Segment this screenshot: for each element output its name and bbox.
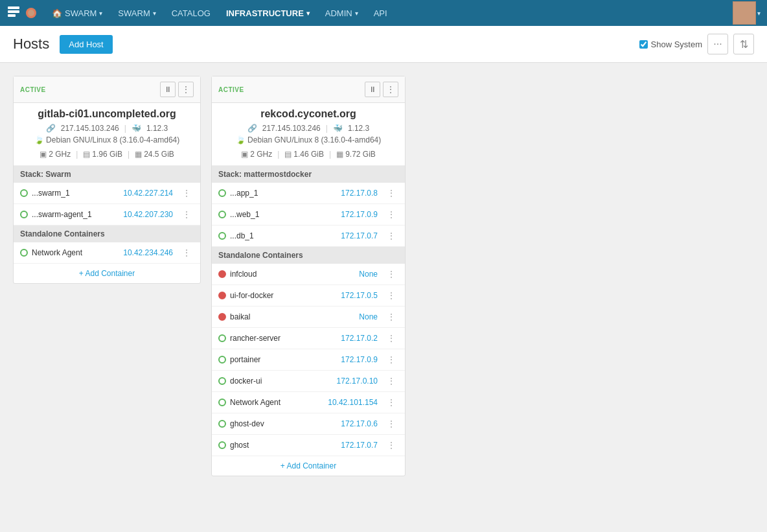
ram-icon: ▤ bbox=[83, 150, 90, 159]
add-container-button[interactable]: + Add Container bbox=[212, 456, 405, 476]
container-ip: 172.17.0.8 bbox=[341, 189, 378, 198]
container-ip: 172.17.0.7 bbox=[341, 441, 378, 450]
container-row[interactable]: Network Agent 10.42.234.246 ⋮ bbox=[14, 242, 200, 264]
container-name: rancher-server bbox=[230, 334, 337, 343]
nav-env[interactable]: 🏠 SWARM ▾ bbox=[44, 0, 110, 26]
stack-header-host2-0: Stack: mattermostdocker bbox=[212, 166, 405, 183]
container-row[interactable]: docker-ui 172.17.0.10 ⋮ bbox=[212, 371, 405, 392]
container-row[interactable]: ...app_1 172.17.0.8 ⋮ bbox=[212, 183, 405, 204]
container-row[interactable]: ghost 172.17.0.7 ⋮ bbox=[212, 435, 405, 456]
container-menu-button[interactable]: ⋮ bbox=[384, 208, 398, 221]
container-menu-button[interactable]: ⋮ bbox=[384, 332, 398, 345]
status-dot bbox=[218, 292, 226, 299]
host-header-actions-host1: ⏸ ⋮ bbox=[160, 82, 194, 97]
container-name: ghost-dev bbox=[230, 419, 337, 428]
host-ram-host2: ▤ 1.46 GiB bbox=[284, 150, 324, 159]
container-menu-button[interactable]: ⋮ bbox=[384, 417, 398, 430]
container-menu-button[interactable]: ⋮ bbox=[179, 246, 194, 259]
container-menu-button[interactable]: ⋮ bbox=[384, 268, 398, 281]
container-name: ...web_1 bbox=[230, 210, 337, 219]
add-container-button[interactable]: + Add Container bbox=[14, 264, 200, 283]
container-name: ...db_1 bbox=[230, 231, 337, 240]
host-ip-host2: 217.145.103.246 bbox=[262, 124, 321, 133]
nav-right: ▾ bbox=[733, 1, 761, 25]
host-header-host2: ACTIVE ⏸ ⋮ bbox=[212, 76, 405, 103]
container-menu-button[interactable]: ⋮ bbox=[384, 229, 398, 242]
container-row[interactable]: rancher-server 172.17.0.2 ⋮ bbox=[212, 328, 405, 349]
host-menu-button-host1[interactable]: ⋮ bbox=[178, 82, 194, 97]
container-ip: 172.17.0.9 bbox=[341, 355, 378, 364]
container-menu-button[interactable]: ⋮ bbox=[384, 396, 398, 409]
host-meta-ip-host2: 🔗 217.145.103.246 | 🐳 1.12.3 bbox=[212, 122, 405, 134]
nav-swarm[interactable]: SWARM ▾ bbox=[110, 0, 163, 26]
container-row[interactable]: ghost-dev 172.17.0.6 ⋮ bbox=[212, 413, 405, 435]
host-status-host2: ACTIVE bbox=[218, 86, 365, 93]
container-menu-button[interactable]: ⋮ bbox=[384, 310, 398, 323]
container-row[interactable]: baikal None ⋮ bbox=[212, 306, 405, 328]
show-system-toggle[interactable]: Show System bbox=[639, 40, 702, 49]
container-row[interactable]: ...swarm-agent_1 10.42.207.230 ⋮ bbox=[14, 204, 200, 226]
host-docker-host1: 1.12.3 bbox=[146, 124, 168, 133]
container-ip: None bbox=[359, 312, 378, 321]
container-ip: 10.42.234.246 bbox=[123, 248, 173, 257]
container-ip: 10.42.101.154 bbox=[328, 398, 378, 407]
host-menu-button-host2[interactable]: ⋮ bbox=[383, 82, 398, 97]
host-header-host1: ACTIVE ⏸ ⋮ bbox=[14, 76, 200, 103]
nav-infrastructure[interactable]: INFRASTRUCTURE ▾ bbox=[218, 0, 317, 26]
host-specs-host1: ▣ 2 GHz | ▤ 1.96 GiB | ▦ 24.5 GiB bbox=[14, 147, 200, 166]
toolbar: Hosts Add Host Show System ··· ⇅ bbox=[0, 26, 767, 63]
status-dot bbox=[218, 356, 226, 364]
navbar: 🏠 SWARM ▾ SWARM ▾ CATALOG INFRASTRUCTURE… bbox=[0, 0, 767, 26]
stack-host2-0: Stack: mattermostdocker ...app_1 172.17.… bbox=[212, 166, 405, 247]
host-pause-button-host1[interactable]: ⏸ bbox=[160, 82, 176, 97]
status-dot bbox=[20, 249, 28, 257]
add-host-button[interactable]: Add Host bbox=[60, 35, 112, 54]
show-system-checkbox[interactable] bbox=[639, 40, 648, 49]
nav-admin[interactable]: ADMIN ▾ bbox=[317, 0, 366, 26]
container-ip: 172.17.0.7 bbox=[341, 231, 378, 240]
container-row[interactable]: ...swarm_1 10.42.227.214 ⋮ bbox=[14, 183, 200, 204]
container-ip: None bbox=[359, 270, 378, 279]
container-ip: 172.17.0.10 bbox=[337, 376, 378, 386]
host-docker-host2: 1.12.3 bbox=[348, 124, 369, 133]
host-card-host2: ACTIVE ⏸ ⋮ rekcod.cyconet.org 🔗 217.145.… bbox=[211, 76, 406, 476]
host-ip-host1: 217.145.103.246 bbox=[61, 124, 119, 133]
status-dot bbox=[218, 232, 226, 240]
container-row[interactable]: infcloud None ⋮ bbox=[212, 264, 405, 285]
host-disk-host2: ▦ 9.72 GiB bbox=[336, 150, 376, 159]
container-row[interactable]: portainer 172.17.0.9 ⋮ bbox=[212, 349, 405, 371]
brand-logo[interactable] bbox=[6, 4, 38, 22]
cpu-icon: ▣ bbox=[40, 150, 47, 159]
container-row[interactable]: ...web_1 172.17.0.9 ⋮ bbox=[212, 204, 405, 226]
more-options-button[interactable]: ··· bbox=[707, 34, 728, 54]
container-ip: 172.17.0.6 bbox=[341, 419, 378, 428]
container-row[interactable]: Network Agent 10.42.101.154 ⋮ bbox=[212, 392, 405, 413]
container-ip: 172.17.0.9 bbox=[341, 210, 378, 219]
host-name-host1: gitlab-ci01.uncompleted.org bbox=[14, 103, 200, 122]
container-row[interactable]: ui-for-docker 172.17.0.5 ⋮ bbox=[212, 285, 405, 306]
disk-icon: ▦ bbox=[135, 150, 142, 159]
nav-catalog[interactable]: CATALOG bbox=[164, 0, 218, 26]
container-name: docker-ui bbox=[230, 376, 333, 386]
container-menu-button[interactable]: ⋮ bbox=[384, 187, 398, 200]
stack-header-host1-0: Stack: Swarm bbox=[14, 166, 200, 183]
container-menu-button[interactable]: ⋮ bbox=[384, 439, 398, 452]
host-pause-button-host2[interactable]: ⏸ bbox=[365, 82, 380, 97]
container-menu-button[interactable]: ⋮ bbox=[384, 375, 398, 387]
host-specs-host2: ▣ 2 GHz | ▤ 1.46 GiB | ▦ 9.72 GiB bbox=[212, 147, 405, 166]
host-os-host1: 🍃 Debian GNU/Linux 8 (3.16.0-4-amd64) bbox=[14, 134, 200, 147]
container-menu-button[interactable]: ⋮ bbox=[384, 289, 398, 302]
avatar[interactable] bbox=[733, 1, 756, 25]
ram-icon: ▤ bbox=[284, 150, 292, 159]
status-dot bbox=[20, 189, 28, 197]
container-menu-button[interactable]: ⋮ bbox=[179, 208, 194, 221]
stack-host1-0: Stack: Swarm ...swarm_1 10.42.227.214 ⋮ … bbox=[14, 166, 200, 226]
container-menu-button[interactable]: ⋮ bbox=[384, 353, 398, 366]
container-row[interactable]: ...db_1 172.17.0.7 ⋮ bbox=[212, 226, 405, 247]
sort-button[interactable]: ⇅ bbox=[733, 34, 754, 54]
status-dot bbox=[218, 189, 226, 197]
container-name: baikal bbox=[230, 312, 355, 321]
nav-api[interactable]: API bbox=[366, 0, 395, 26]
svg-rect-2 bbox=[8, 10, 19, 13]
container-menu-button[interactable]: ⋮ bbox=[179, 187, 194, 200]
